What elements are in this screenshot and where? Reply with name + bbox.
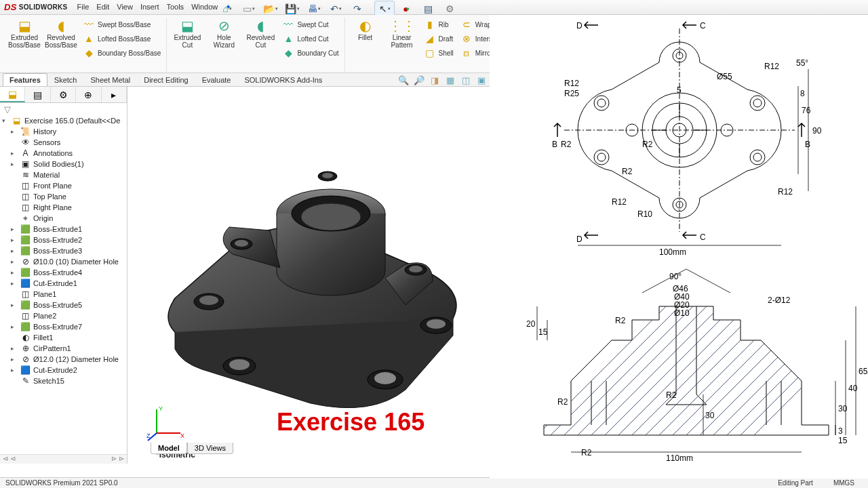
tree-item-3[interactable]: ▸▣Solid Bodies(1) bbox=[0, 159, 127, 169]
swept-boss-button[interactable]: 〰Swept Boss/Base bbox=[80, 18, 163, 31]
tree-item-9[interactable]: ▸🟩Boss-Extrude1 bbox=[0, 224, 127, 235]
status-mode: Editing Part bbox=[778, 479, 813, 487]
tree-item-16[interactable]: ▸🟩Boss-Extrude5 bbox=[0, 300, 127, 310]
tab-evaluate[interactable]: Evaluate bbox=[195, 73, 238, 86]
status-version: SOLIDWORKS Premium 2021 SP0.0 bbox=[5, 479, 118, 487]
lofted-boss-button[interactable]: ▲Lofted Boss/Base bbox=[80, 32, 163, 45]
tree-item-4[interactable]: ≋Material bbox=[0, 169, 127, 180]
tree-item-6[interactable]: ◫Top Plane bbox=[0, 191, 127, 202]
tree-item-8[interactable]: ⌖Origin bbox=[0, 213, 127, 224]
tab-model[interactable]: Model bbox=[151, 443, 187, 454]
tab-direct-editing[interactable]: Direct Editing bbox=[137, 73, 195, 86]
display-tab[interactable]: ▸ bbox=[102, 87, 127, 102]
curves-button[interactable]: 〜Curv bbox=[547, 18, 582, 50]
svg-point-11 bbox=[427, 319, 446, 329]
draft-button[interactable]: ◢Draft bbox=[421, 32, 456, 45]
reference-geometry-button[interactable]: ✧Reference Geometry bbox=[510, 18, 545, 50]
tree-item-11[interactable]: ▸🟩Boss-Extrude3 bbox=[0, 245, 127, 256]
graphics-area[interactable]: Y X Z Exercise 165 *Isometric Model 3D V… bbox=[127, 87, 868, 464]
status-bar: SOLIDWORKS Premium 2021 SP0.0 bbox=[0, 477, 490, 488]
tree-item-17[interactable]: ◫Plane2 bbox=[0, 310, 127, 321]
cut-group: ⬓Extruded Cut ⊘Hole Wizard ◖Revolved Cut… bbox=[167, 18, 344, 73]
menu-insert[interactable]: Insert bbox=[140, 3, 159, 12]
swept-cut-button[interactable]: 〰Swept Cut bbox=[279, 18, 341, 31]
menu-file[interactable]: File bbox=[77, 3, 90, 12]
property-tab[interactable]: ▤ bbox=[25, 87, 50, 102]
view-tabs: Model 3D Views bbox=[151, 443, 233, 454]
tree-item-21[interactable]: ▸⊘Ø12.0 (12) Diameter Hole bbox=[0, 354, 127, 365]
tree-item-20[interactable]: ▸⊕CirPattern1 bbox=[0, 343, 127, 354]
tree-item-1[interactable]: 👁Sensors bbox=[0, 137, 127, 148]
feature-tree-tab[interactable]: ⬓ bbox=[0, 87, 25, 102]
main-area: ⬓ ▤ ⚙ ⊕ ▸ ▽ ▾⬓Exercise 165.0 (Default<<D… bbox=[0, 87, 868, 464]
app-logo: DS SOLIDWORKS bbox=[4, 2, 68, 12]
tree-item-0[interactable]: ▸📜History bbox=[0, 126, 127, 137]
main-menu: File Edit View Insert Tools Window ✦ bbox=[77, 3, 232, 12]
zoom-fit-icon[interactable]: 🔍 bbox=[397, 74, 410, 86]
dimxpert-tab[interactable]: ⊕ bbox=[76, 87, 101, 102]
tree-item-19[interactable]: ◐Fillet1 bbox=[0, 332, 127, 343]
shell-button[interactable]: ▢Shell bbox=[421, 46, 456, 60]
boundary-boss-button[interactable]: ◆Boundary Boss/Base bbox=[80, 46, 163, 60]
svg-text:Y: Y bbox=[159, 405, 163, 412]
filter-icon[interactable]: ▽ bbox=[0, 103, 127, 115]
ribbon: ⬓Extruded Boss/Base ◖Revolved Boss/Base … bbox=[0, 15, 868, 73]
tree-item-2[interactable]: ▸AAnnotations bbox=[0, 148, 127, 159]
tree-item-18[interactable]: ▸🟩Boss-Extrude7 bbox=[0, 321, 127, 332]
svg-text:X: X bbox=[180, 432, 184, 439]
tree-item-13[interactable]: ▸🟩Boss-Extrude4 bbox=[0, 267, 127, 278]
view-orient-icon[interactable]: ◨ bbox=[428, 74, 441, 86]
boss-base-group: ⬓Extruded Boss/Base ◖Revolved Boss/Base … bbox=[4, 18, 167, 73]
feature-tree[interactable]: ▾⬓Exercise 165.0 (Default<<De ▸📜History👁… bbox=[0, 115, 127, 454]
view-triad[interactable]: Y X Z bbox=[146, 403, 187, 443]
svg-point-7 bbox=[229, 359, 250, 370]
tab-features[interactable]: Features bbox=[3, 73, 47, 86]
linear-pattern-button[interactable]: ⋮⋮Linear Pattern bbox=[384, 18, 420, 60]
tree-item-7[interactable]: ◫Right Plane bbox=[0, 202, 127, 213]
feature-manager: ⬓ ▤ ⚙ ⊕ ▸ ▽ ▾⬓Exercise 165.0 (Default<<D… bbox=[0, 87, 127, 464]
tab-3d-views[interactable]: 3D Views bbox=[187, 443, 233, 454]
tree-item-14[interactable]: ▸🟦Cut-Extrude1 bbox=[0, 278, 127, 289]
config-tab[interactable]: ⚙ bbox=[51, 87, 76, 102]
tree-item-5[interactable]: ◫Front Plane bbox=[0, 180, 127, 191]
fillet-button[interactable]: ◐Fillet bbox=[348, 18, 383, 60]
tree-item-15[interactable]: ◫Plane1 bbox=[0, 289, 127, 300]
svg-text:Z: Z bbox=[146, 432, 151, 439]
reference-group: ✧Reference Geometry 〜Curv bbox=[507, 18, 585, 73]
model-render bbox=[134, 95, 487, 420]
tree-item-22[interactable]: ▸🟦Cut-Extrude2 bbox=[0, 365, 127, 375]
tab-sheet-metal[interactable]: Sheet Metal bbox=[84, 73, 138, 86]
section-view-icon[interactable]: ◫ bbox=[459, 74, 473, 86]
scene-icon[interactable]: ▣ bbox=[475, 74, 488, 86]
tree-item-10[interactable]: ▸🟩Boss-Extrude2 bbox=[0, 235, 127, 245]
tab-addins[interactable]: SOLIDWORKS Add-Ins bbox=[237, 73, 329, 86]
svg-point-15 bbox=[409, 266, 422, 272]
mirror-button[interactable]: ⧈Mirror bbox=[458, 46, 504, 60]
svg-point-5 bbox=[199, 296, 218, 305]
revolved-boss-button[interactable]: ◖Revolved Boss/Base bbox=[43, 18, 79, 60]
exercise-title: Exercise 165 bbox=[277, 408, 425, 436]
pattern-group: ◐Fillet ⋮⋮Linear Pattern ▮Rib ◢Draft ▢Sh… bbox=[345, 18, 508, 73]
wrap-button[interactable]: ⊂Wrap bbox=[458, 18, 504, 31]
zoom-area-icon[interactable]: 🔎 bbox=[412, 74, 426, 86]
display-style-icon[interactable]: ▦ bbox=[443, 74, 457, 86]
status-bar-right: Editing Part MMGS bbox=[490, 477, 868, 488]
menu-edit[interactable]: Edit bbox=[96, 3, 109, 12]
rib-button[interactable]: ▮Rib bbox=[421, 18, 456, 31]
hole-wizard-button[interactable]: ⊘Hole Wizard bbox=[206, 18, 241, 60]
intersect-button[interactable]: ⊗Intersect bbox=[458, 32, 504, 45]
tree-item-23[interactable]: ✎Sketch15 bbox=[0, 375, 127, 386]
menu-tools[interactable]: Tools bbox=[166, 3, 184, 12]
menu-window[interactable]: Window bbox=[191, 3, 218, 12]
tree-root[interactable]: ▾⬓Exercise 165.0 (Default<<De bbox=[0, 115, 127, 126]
extruded-boss-button[interactable]: ⬓Extruded Boss/Base bbox=[7, 18, 42, 60]
tree-item-12[interactable]: ▸⊘Ø10.0 (10) Diameter Hole bbox=[0, 256, 127, 267]
extruded-cut-button[interactable]: ⬓Extruded Cut bbox=[170, 18, 205, 60]
menu-view[interactable]: View bbox=[117, 3, 133, 12]
revolved-cut-button[interactable]: ◖Revolved Cut bbox=[243, 18, 278, 60]
tab-sketch[interactable]: Sketch bbox=[47, 73, 84, 86]
boundary-cut-button[interactable]: ◆Boundary Cut bbox=[279, 46, 341, 60]
scroll-bar[interactable]: ⊲ ⊲⊳ ⊳ bbox=[0, 454, 127, 464]
logo-icon: DS bbox=[4, 2, 17, 12]
lofted-cut-button[interactable]: ▲Lofted Cut bbox=[279, 32, 341, 45]
